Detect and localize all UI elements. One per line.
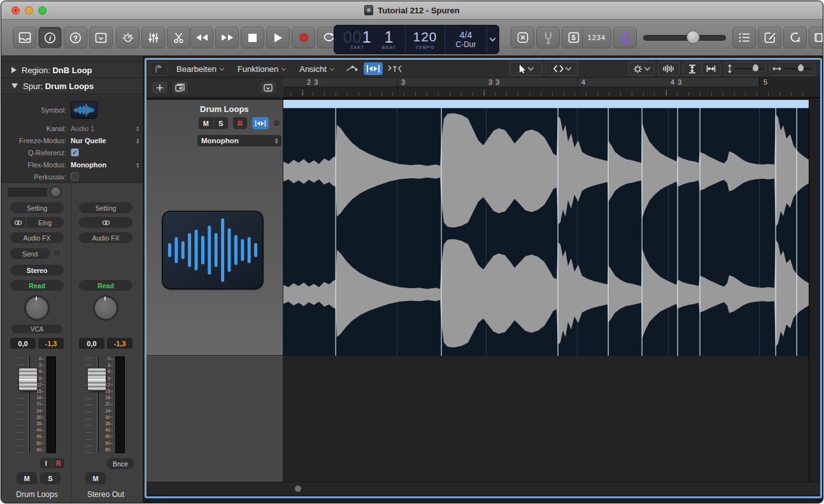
q-reference-row[interactable]: Q-Referenz: ✓	[1, 146, 143, 158]
track-mute-button[interactable]: M	[199, 117, 214, 129]
automation-mode-button[interactable]: Read	[79, 280, 132, 291]
replace-button[interactable]	[511, 27, 534, 48]
track-lane[interactable]	[283, 100, 809, 356]
input-monitor-button[interactable]: I	[40, 459, 53, 467]
mixer-button[interactable]	[141, 27, 165, 48]
setting-button[interactable]: Setting	[10, 202, 64, 213]
audio-fx-slot[interactable]: Audio FX	[79, 232, 132, 243]
inspector-button[interactable]: i	[38, 27, 62, 48]
document-proxy-icon[interactable]	[364, 5, 373, 15]
menu-funktionen[interactable]: Funktionen	[232, 62, 291, 76]
toolbar-toggle-button[interactable]	[89, 27, 113, 48]
flex-toggle-button[interactable]	[364, 62, 383, 75]
waveform-zoom-button[interactable]	[658, 62, 679, 76]
metronome-button[interactable]	[613, 27, 637, 48]
close-button[interactable]	[11, 6, 20, 15]
tuner-button[interactable]	[536, 27, 560, 48]
list-editors-button[interactable]	[732, 27, 756, 48]
track-flex-mode-select[interactable]: Monophon ▴▾	[197, 135, 281, 146]
horizontal-scrollbar[interactable]	[146, 482, 820, 494]
track-header-drum-loops[interactable]: Drum Loops M S R Monophon ▴▾	[146, 100, 283, 356]
master-volume-slider[interactable]	[643, 32, 726, 43]
track-symbol-button[interactable]	[71, 101, 97, 119]
disclosure-right-icon[interactable]	[11, 67, 17, 73]
editors-button[interactable]	[167, 27, 190, 48]
apple-loops-button[interactable]	[783, 27, 807, 48]
volume-track[interactable]	[643, 35, 726, 41]
pan-value[interactable]: 0,0	[10, 338, 36, 349]
pan-knob[interactable]	[24, 295, 50, 321]
vertical-zoom-thumb[interactable]	[753, 64, 758, 71]
output-format-button[interactable]	[79, 217, 132, 228]
left-click-tool-menu[interactable]	[509, 62, 543, 76]
horizontal-zoom-slider[interactable]	[769, 62, 815, 76]
send-level-knob[interactable]	[52, 248, 62, 258]
pan-value[interactable]: 0,0	[79, 338, 104, 349]
lcd-position[interactable]: 001 TAKT 1 BEAT	[334, 25, 406, 53]
bounce-button[interactable]: Bnce	[107, 458, 134, 469]
track-flex-button[interactable]	[252, 117, 269, 129]
command-click-tool-menu[interactable]	[545, 62, 578, 76]
track-record-button[interactable]: R	[233, 117, 247, 129]
input-slot[interactable]: Eing	[10, 217, 64, 228]
library-button[interactable]	[13, 27, 36, 48]
solo-button[interactable]: S	[40, 472, 60, 484]
horizontal-zoom-thumb[interactable]	[798, 64, 804, 71]
track-icon[interactable]	[162, 211, 264, 290]
freeze-mode-stepper[interactable]: ▴▾	[136, 137, 139, 144]
automation-mode-button[interactable]: Read	[10, 280, 64, 291]
audio-region-waveform[interactable]	[283, 108, 809, 356]
catch-playhead-button[interactable]	[149, 62, 168, 76]
lcd-display[interactable]: 001 TAKT 1 BEAT 120 TEMPO 4/4 C-Dur	[334, 25, 499, 54]
flex-mode-row[interactable]: Flex-Modus: Monophon ▴▾	[1, 158, 143, 171]
output-slot[interactable]: Stereo	[10, 265, 64, 276]
region-title-bar[interactable]	[283, 100, 809, 108]
bar-ruler[interactable]: 2 333 344 35	[283, 78, 820, 98]
audio-fx-slot[interactable]: Audio FX	[10, 232, 64, 243]
volume-knob[interactable]	[686, 31, 700, 44]
stop-button[interactable]	[241, 27, 264, 48]
duplicate-track-button[interactable]	[172, 81, 188, 94]
volume-value[interactable]: -1,3	[107, 338, 132, 349]
mute-button[interactable]: M	[17, 472, 37, 484]
media-browser-button[interactable]: ♪	[809, 27, 823, 48]
add-track-button[interactable]	[152, 81, 168, 94]
fader-cap[interactable]	[87, 368, 106, 391]
vertical-auto-zoom-button[interactable]	[683, 62, 702, 76]
percussive-row[interactable]: Perkussiv:	[1, 171, 143, 183]
menu-bearbeiten[interactable]: Bearbeiten	[171, 62, 229, 76]
record-button[interactable]	[292, 27, 315, 48]
volume-value[interactable]: -1,3	[38, 338, 64, 349]
vca-slot[interactable]: VCA	[11, 325, 62, 333]
lcd-mode-chevron[interactable]	[487, 25, 497, 53]
send-slot[interactable]: Send	[10, 248, 50, 259]
forward-button[interactable]	[215, 27, 239, 48]
track-solo-button[interactable]: S	[214, 117, 229, 129]
lcd-signature[interactable]: 4/4 C-Dur	[445, 25, 487, 53]
automation-toggle-button[interactable]	[342, 62, 361, 75]
mute-button[interactable]: M	[85, 472, 106, 484]
title-bar[interactable]: Tutorial 212 - Spuren	[1, 1, 823, 20]
percussive-checkbox[interactable]	[71, 172, 79, 181]
q-reference-checkbox[interactable]: ✓	[71, 148, 79, 157]
track-inspector-header[interactable]: Spur: Drum Loops	[1, 78, 143, 94]
quick-help-button[interactable]: ?	[64, 27, 87, 48]
horizontal-auto-zoom-button[interactable]	[702, 62, 721, 76]
record-enable-button[interactable]: R	[53, 459, 65, 467]
rewind-button[interactable]	[190, 27, 213, 48]
note-pads-button[interactable]	[758, 27, 781, 48]
input-gain-knob[interactable]	[50, 186, 62, 198]
menu-ansicht[interactable]: Ansicht	[294, 62, 339, 76]
minimize-button[interactable]	[25, 6, 33, 15]
channel-stepper[interactable]: ▴▾	[136, 125, 139, 132]
freeze-mode-row[interactable]: Freeze-Modus: Nur Quelle ▴▾	[1, 134, 143, 146]
flex-mode-stepper[interactable]: ▴▾	[136, 162, 139, 168]
vertical-zoom-slider[interactable]	[724, 62, 766, 76]
track-filter-button[interactable]	[260, 81, 276, 94]
scrollbar-handle[interactable]	[295, 486, 301, 492]
empty-track-list-area[interactable]	[146, 356, 283, 482]
vertical-scrollbar-gutter[interactable]	[809, 98, 820, 482]
play-button[interactable]	[266, 27, 290, 48]
disclosure-down-icon[interactable]	[11, 83, 18, 88]
channel-param-row[interactable]: Kanal: Audio 1 ▴▾	[1, 122, 143, 134]
